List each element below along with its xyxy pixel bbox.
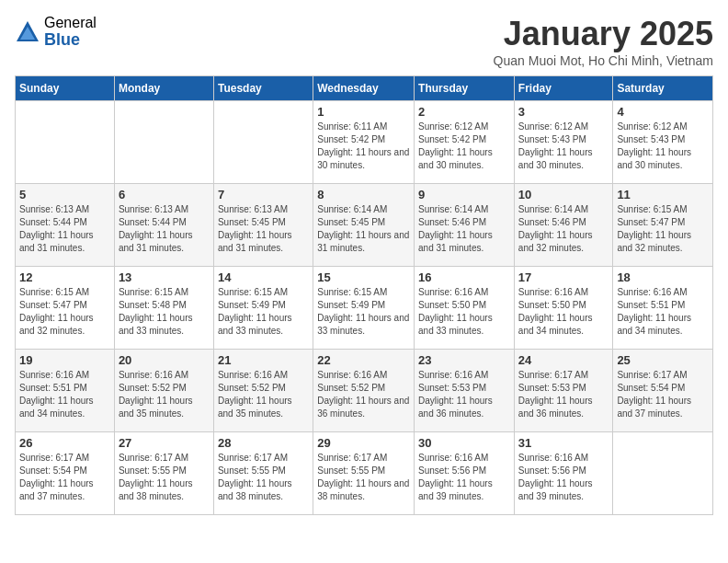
day-info: Sunrise: 6:15 AM Sunset: 5:47 PM Dayligh…	[19, 286, 110, 338]
day-info: Sunrise: 6:16 AM Sunset: 5:50 PM Dayligh…	[418, 286, 510, 338]
day-info: Sunrise: 6:16 AM Sunset: 5:50 PM Dayligh…	[518, 286, 609, 338]
calendar-cell: 9Sunrise: 6:14 AM Sunset: 5:46 PM Daylig…	[415, 184, 515, 267]
day-info: Sunrise: 6:17 AM Sunset: 5:54 PM Dayligh…	[617, 369, 709, 420]
calendar-cell: 18Sunrise: 6:16 AM Sunset: 5:51 PM Dayli…	[613, 267, 713, 350]
day-number: 13	[119, 270, 210, 284]
calendar-cell	[213, 101, 313, 184]
logo-icon	[15, 19, 40, 45]
day-number: 12	[19, 270, 110, 284]
day-info: Sunrise: 6:17 AM Sunset: 5:54 PM Dayligh…	[19, 452, 110, 503]
header-saturday: Saturday	[613, 76, 713, 101]
day-info: Sunrise: 6:13 AM Sunset: 5:44 PM Dayligh…	[19, 203, 110, 255]
day-number: 28	[218, 436, 309, 450]
calendar-cell: 16Sunrise: 6:16 AM Sunset: 5:50 PM Dayli…	[415, 267, 515, 350]
calendar-cell: 22Sunrise: 6:16 AM Sunset: 5:52 PM Dayli…	[313, 350, 415, 432]
calendar-cell: 17Sunrise: 6:16 AM Sunset: 5:50 PM Dayli…	[514, 267, 613, 350]
calendar-cell	[16, 101, 115, 184]
calendar-cell: 27Sunrise: 6:17 AM Sunset: 5:55 PM Dayli…	[114, 432, 213, 515]
day-number: 9	[418, 188, 510, 201]
calendar-cell: 19Sunrise: 6:16 AM Sunset: 5:51 PM Dayli…	[16, 350, 115, 432]
day-number: 7	[218, 188, 309, 201]
calendar-cell: 24Sunrise: 6:17 AM Sunset: 5:53 PM Dayli…	[514, 350, 613, 432]
calendar-cell	[613, 432, 713, 515]
weekday-header-row: Sunday Monday Tuesday Wednesday Thursday…	[16, 76, 713, 101]
day-info: Sunrise: 6:16 AM Sunset: 5:51 PM Dayligh…	[617, 286, 709, 338]
calendar-week-row: 12Sunrise: 6:15 AM Sunset: 5:47 PM Dayli…	[16, 267, 713, 350]
day-info: Sunrise: 6:12 AM Sunset: 5:42 PM Dayligh…	[418, 121, 510, 172]
header-tuesday: Tuesday	[213, 76, 313, 101]
day-number: 6	[119, 188, 210, 201]
day-info: Sunrise: 6:14 AM Sunset: 5:45 PM Dayligh…	[317, 203, 410, 255]
page-header: General Blue January 2025 Quan Muoi Mot,…	[15, 15, 713, 68]
day-info: Sunrise: 6:17 AM Sunset: 5:53 PM Dayligh…	[518, 369, 609, 420]
calendar-cell: 26Sunrise: 6:17 AM Sunset: 5:54 PM Dayli…	[16, 432, 115, 515]
calendar-week-row: 19Sunrise: 6:16 AM Sunset: 5:51 PM Dayli…	[16, 350, 713, 432]
day-info: Sunrise: 6:11 AM Sunset: 5:42 PM Dayligh…	[317, 121, 410, 172]
day-info: Sunrise: 6:15 AM Sunset: 5:49 PM Dayligh…	[317, 286, 410, 338]
day-number: 14	[218, 270, 309, 284]
calendar-week-row: 26Sunrise: 6:17 AM Sunset: 5:54 PM Dayli…	[16, 432, 713, 515]
calendar-cell: 21Sunrise: 6:16 AM Sunset: 5:52 PM Dayli…	[213, 350, 313, 432]
logo-text: General Blue	[44, 15, 97, 49]
day-number: 15	[317, 270, 410, 284]
calendar-week-row: 1Sunrise: 6:11 AM Sunset: 5:42 PM Daylig…	[16, 101, 713, 184]
calendar-cell: 2Sunrise: 6:12 AM Sunset: 5:42 PM Daylig…	[415, 101, 515, 184]
location: Quan Muoi Mot, Ho Chi Minh, Vietnam	[494, 53, 713, 68]
day-info: Sunrise: 6:16 AM Sunset: 5:52 PM Dayligh…	[218, 369, 309, 420]
day-number: 23	[418, 353, 510, 367]
day-info: Sunrise: 6:13 AM Sunset: 5:44 PM Dayligh…	[119, 203, 210, 255]
calendar-cell: 29Sunrise: 6:17 AM Sunset: 5:55 PM Dayli…	[313, 432, 415, 515]
day-number: 1	[317, 105, 410, 119]
day-number: 29	[317, 436, 410, 450]
day-info: Sunrise: 6:16 AM Sunset: 5:56 PM Dayligh…	[418, 452, 510, 503]
day-info: Sunrise: 6:17 AM Sunset: 5:55 PM Dayligh…	[317, 452, 410, 503]
calendar-cell: 15Sunrise: 6:15 AM Sunset: 5:49 PM Dayli…	[313, 267, 415, 350]
day-number: 3	[518, 105, 609, 119]
day-number: 21	[218, 353, 309, 367]
day-info: Sunrise: 6:16 AM Sunset: 5:51 PM Dayligh…	[19, 369, 110, 420]
calendar-cell: 31Sunrise: 6:16 AM Sunset: 5:56 PM Dayli…	[514, 432, 613, 515]
calendar-cell: 10Sunrise: 6:14 AM Sunset: 5:46 PM Dayli…	[514, 184, 613, 267]
day-number: 5	[19, 188, 110, 201]
logo: General Blue	[15, 15, 97, 49]
day-number: 27	[119, 436, 210, 450]
day-number: 11	[617, 188, 709, 201]
calendar-cell: 4Sunrise: 6:12 AM Sunset: 5:43 PM Daylig…	[613, 101, 713, 184]
day-number: 24	[518, 353, 609, 367]
day-number: 8	[317, 188, 410, 201]
month-title: January 2025	[494, 15, 713, 53]
day-info: Sunrise: 6:16 AM Sunset: 5:52 PM Dayligh…	[119, 369, 210, 420]
day-number: 31	[518, 436, 609, 450]
logo-general: General	[44, 15, 97, 31]
calendar-cell	[114, 101, 213, 184]
calendar-cell: 28Sunrise: 6:17 AM Sunset: 5:55 PM Dayli…	[213, 432, 313, 515]
title-block: January 2025 Quan Muoi Mot, Ho Chi Minh,…	[494, 15, 713, 68]
calendar-cell: 6Sunrise: 6:13 AM Sunset: 5:44 PM Daylig…	[114, 184, 213, 267]
day-info: Sunrise: 6:13 AM Sunset: 5:45 PM Dayligh…	[218, 203, 309, 255]
day-number: 26	[19, 436, 110, 450]
day-number: 2	[418, 105, 510, 119]
calendar-cell: 12Sunrise: 6:15 AM Sunset: 5:47 PM Dayli…	[16, 267, 115, 350]
day-info: Sunrise: 6:14 AM Sunset: 5:46 PM Dayligh…	[418, 203, 510, 255]
day-info: Sunrise: 6:17 AM Sunset: 5:55 PM Dayligh…	[119, 452, 210, 503]
day-info: Sunrise: 6:16 AM Sunset: 5:53 PM Dayligh…	[418, 369, 510, 420]
header-sunday: Sunday	[16, 76, 115, 101]
day-info: Sunrise: 6:15 AM Sunset: 5:48 PM Dayligh…	[119, 286, 210, 338]
day-info: Sunrise: 6:12 AM Sunset: 5:43 PM Dayligh…	[518, 121, 609, 172]
day-info: Sunrise: 6:15 AM Sunset: 5:49 PM Dayligh…	[218, 286, 309, 338]
day-info: Sunrise: 6:16 AM Sunset: 5:56 PM Dayligh…	[518, 452, 609, 503]
day-number: 30	[418, 436, 510, 450]
day-number: 18	[617, 270, 709, 284]
day-number: 25	[617, 353, 709, 367]
day-number: 22	[317, 353, 410, 367]
day-number: 4	[617, 105, 709, 119]
calendar-cell: 8Sunrise: 6:14 AM Sunset: 5:45 PM Daylig…	[313, 184, 415, 267]
calendar-cell: 30Sunrise: 6:16 AM Sunset: 5:56 PM Dayli…	[415, 432, 515, 515]
calendar-cell: 3Sunrise: 6:12 AM Sunset: 5:43 PM Daylig…	[514, 101, 613, 184]
calendar-cell: 20Sunrise: 6:16 AM Sunset: 5:52 PM Dayli…	[114, 350, 213, 432]
logo-blue: Blue	[44, 31, 97, 50]
day-number: 20	[119, 353, 210, 367]
calendar: Sunday Monday Tuesday Wednesday Thursday…	[15, 75, 713, 515]
calendar-cell: 14Sunrise: 6:15 AM Sunset: 5:49 PM Dayli…	[213, 267, 313, 350]
calendar-cell: 13Sunrise: 6:15 AM Sunset: 5:48 PM Dayli…	[114, 267, 213, 350]
